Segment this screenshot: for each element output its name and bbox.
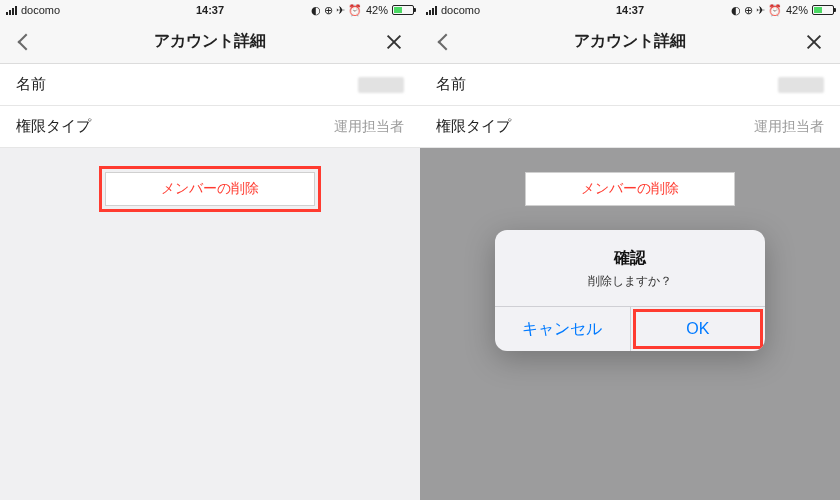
row-name: 名前: [420, 64, 840, 106]
row-label: 名前: [16, 75, 46, 94]
nav-bar: アカウント詳細: [0, 20, 420, 64]
settings-list: 名前 権限タイプ 運用担当者: [420, 64, 840, 148]
status-bar: docomo 14:37 ◐ ⊕ ✈ ⏰ 42%: [0, 0, 420, 20]
close-button[interactable]: [792, 20, 836, 63]
confirm-dialog: 確認 削除しますか？ キャンセル OK: [495, 230, 765, 351]
delete-member-button: メンバーの削除: [525, 172, 735, 206]
back-button[interactable]: [4, 20, 48, 63]
cancel-button[interactable]: キャンセル: [495, 307, 630, 351]
row-value-role: 運用担当者: [334, 118, 404, 136]
row-name[interactable]: 名前: [0, 64, 420, 106]
clock: 14:37: [420, 4, 840, 16]
row-value-role: 運用担当者: [754, 118, 824, 136]
row-label: 権限タイプ: [436, 117, 511, 136]
delete-section: メンバーの削除: [0, 148, 420, 230]
row-role[interactable]: 権限タイプ 運用担当者: [0, 106, 420, 148]
row-value-name: [358, 77, 404, 93]
chevron-left-icon: [18, 33, 35, 50]
battery-icon: [392, 5, 414, 15]
screen-confirm: docomo 14:37 ◐ ⊕ ✈ ⏰ 42% アカウント詳細 名前 権限タイ…: [420, 0, 840, 500]
back-button[interactable]: [424, 20, 468, 63]
status-bar: docomo 14:37 ◐ ⊕ ✈ ⏰ 42%: [420, 0, 840, 20]
settings-list: 名前 権限タイプ 運用担当者: [0, 64, 420, 148]
row-role: 権限タイプ 運用担当者: [420, 106, 840, 148]
close-icon: [385, 33, 403, 51]
battery-icon: [812, 5, 834, 15]
highlight-box: メンバーの削除: [519, 166, 741, 212]
dialog-title: 確認: [511, 248, 749, 269]
close-icon: [805, 33, 823, 51]
dialog-message: 削除しますか？: [511, 273, 749, 290]
delete-member-button[interactable]: メンバーの削除: [105, 172, 315, 206]
clock: 14:37: [0, 4, 420, 16]
delete-section: メンバーの削除: [420, 148, 840, 230]
row-label: 名前: [436, 75, 466, 94]
page-title: アカウント詳細: [574, 31, 686, 52]
screen-before: docomo 14:37 ◐ ⊕ ✈ ⏰ 42% アカウント詳細 名前 権限タイ…: [0, 0, 420, 500]
close-button[interactable]: [372, 20, 416, 63]
row-value-name: [778, 77, 824, 93]
ok-button[interactable]: OK: [630, 307, 766, 351]
nav-bar: アカウント詳細: [420, 20, 840, 64]
row-label: 権限タイプ: [16, 117, 91, 136]
chevron-left-icon: [438, 33, 455, 50]
page-title: アカウント詳細: [154, 31, 266, 52]
highlight-box: メンバーの削除: [99, 166, 321, 212]
